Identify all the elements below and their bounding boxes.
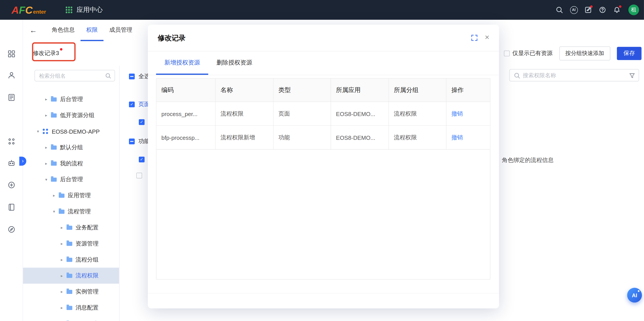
add-icon[interactable] [7,181,16,190]
tree-item[interactable]: ▸后台管理 [23,91,119,107]
folder-icon [51,97,57,102]
tree-item[interactable]: ▸应用管理 [23,187,119,203]
tree-item[interactable]: ▸低开资源分组 [23,107,119,123]
change-log-label: 修改记录3 [33,50,59,56]
checkbox-checked[interactable] [139,157,144,162]
tree-item[interactable]: ▸任务调度 [23,316,119,321]
folder-icon [67,305,72,310]
cell-code: process_per... [156,102,216,126]
folder-icon [51,177,57,182]
cell-type: 页面 [274,102,331,126]
tab-member-management[interactable]: 成员管理 [104,20,138,41]
col-action: 操作 [446,79,490,102]
tab-permissions[interactable]: 权限 [80,20,104,41]
compass-icon[interactable] [7,225,16,234]
only-existing-checkbox[interactable]: 仅显示已有资源 [504,50,552,57]
folder-icon [67,258,72,262]
afcenter-logo[interactable]: A F C enter [12,4,46,16]
app-center-grid-icon[interactable] [66,7,72,13]
table-row: bfp-processp... 流程权限新增 功能 EOS8-DEMO... 流… [156,126,490,150]
tab-role-info[interactable]: 角色信息 [46,20,80,41]
close-icon[interactable]: × [482,33,492,42]
bound-process-info-text: 角色绑定的流程信息 [502,157,554,164]
help-icon[interactable] [598,5,607,14]
tree-item[interactable]: ▸实例管理 [23,283,119,300]
tab-added-resources[interactable]: 新增授权资源 [156,51,208,75]
checkbox-checked[interactable] [129,102,134,107]
cell-name: 流程权限新增 [216,126,274,150]
quick-add-by-group-button[interactable]: 按分组快速添加 [559,47,610,60]
cell-group: 流程权限 [389,126,446,150]
badge-dot [60,48,62,51]
notes-icon[interactable] [584,5,592,14]
roles-icon[interactable] [7,71,16,80]
app-center-title[interactable]: 应用中心 [76,6,103,14]
apps-icon[interactable] [7,49,16,58]
modal-header: 修改记录 × [148,25,499,51]
modal-title: 修改记录 [158,33,186,43]
components-icon[interactable] [7,137,16,146]
permission-search-box [509,69,639,82]
notification-dot [619,5,621,8]
book-icon[interactable] [7,203,16,212]
revoke-link[interactable]: 撤销 [451,110,463,118]
folder-icon [67,225,72,230]
resource-row[interactable] [136,173,146,178]
tenant-avatar[interactable]: 租 [628,5,639,16]
tree-item[interactable]: ▾流程管理 [23,203,119,219]
revoke-link[interactable]: 撤销 [451,134,463,141]
tree-item-app[interactable]: ▾EOS8-DEMO-APP [23,123,119,139]
tree-item[interactable]: ▸消息配置 [23,300,119,316]
bell-icon[interactable] [612,5,621,14]
back-icon[interactable]: ← [30,26,37,35]
tab-removed-resources[interactable]: 删除授权资源 [208,51,260,75]
tree-item[interactable]: ▸默认分组 [23,139,119,155]
tree-item-selected[interactable]: ▸流程权限 [23,268,119,284]
notification-dot [590,5,592,8]
fullscreen-icon[interactable] [471,35,478,41]
checkbox-checked[interactable] [139,119,144,125]
resource-group-row[interactable]: 页面 [129,101,150,108]
topbar-actions: AI 租 [555,5,639,16]
folder-icon [59,193,64,198]
cell-type: 功能 [274,126,331,150]
tree-item[interactable]: ▸资源管理 [23,236,119,252]
cell-code: bfp-processp... [156,126,216,150]
checkbox-indeterminate[interactable] [129,74,134,79]
tree-item[interactable]: ▸业务配置 [23,219,119,236]
tree-item[interactable]: ▸流程分组 [23,252,119,268]
cell-group: 流程权限 [389,102,446,126]
group-search-input[interactable] [35,70,114,81]
modal-tabs: 新增授权资源 删除授权资源 [148,51,499,75]
checkbox-unchecked[interactable] [504,51,510,56]
modal-footer [148,293,499,308]
resource-row[interactable] [139,119,148,125]
toolbar-right: 仅显示已有资源 按分组快速添加 保存 [504,47,641,60]
checkbox-indeterminate[interactable] [129,139,134,144]
ai-assistant-icon[interactable]: AI [569,5,578,14]
search-icon[interactable] [555,5,564,14]
form-icon[interactable] [7,93,16,102]
resource-group-row[interactable]: 功能 [129,138,150,145]
permission-search-input[interactable] [510,70,638,81]
logo-letter: A [12,4,19,16]
table-header-row: 编码 名称 类型 所属应用 所属分组 操作 [156,79,490,102]
col-app: 所属应用 [331,79,389,102]
page-tabs: 角色信息 权限 成员管理 [46,20,138,41]
tree-item[interactable]: ▾后台管理 [23,171,119,188]
change-log-button[interactable]: 修改记录3 [33,50,59,57]
folder-icon [67,274,72,278]
check-all-row[interactable]: 全选 [129,73,150,80]
resource-row[interactable] [139,157,148,162]
ai-assistant-fab[interactable]: AI [627,288,642,302]
change-log-table: 编码 名称 类型 所属应用 所属分组 操作 process_per... 流程权… [156,78,490,280]
tree-item[interactable]: ▸我的流程 [23,155,119,171]
cell-name: 流程权限 [216,102,274,126]
checkbox-unchecked[interactable] [136,173,142,178]
robot-icon[interactable] [7,159,16,168]
only-existing-label: 仅显示已有资源 [512,50,552,57]
filter-icon[interactable] [629,73,635,79]
save-button[interactable]: 保存 [617,47,642,60]
left-rail [0,20,23,321]
folder-icon [51,145,57,150]
